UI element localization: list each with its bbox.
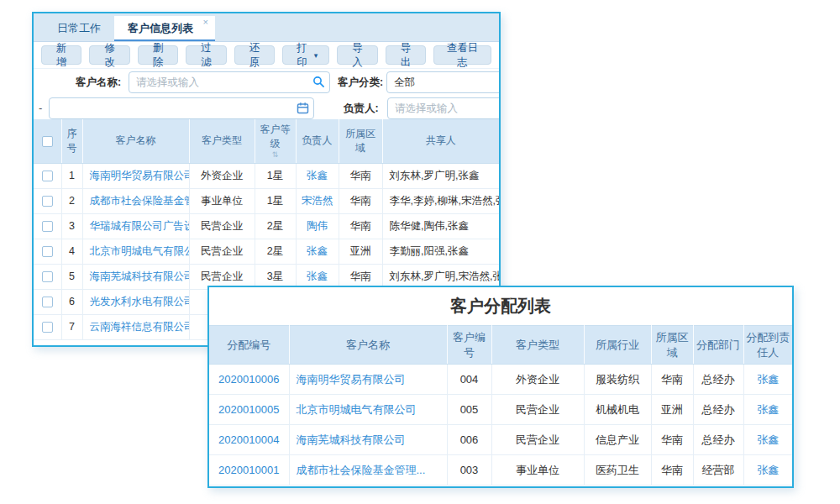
customer-type: 事业单位 [189,188,255,213]
page-title: 客户分配列表 [209,287,792,325]
customer-name-link[interactable]: 北京市明城电气有限公司 [90,245,190,257]
col-alloc-no: 分配编号 [209,326,289,365]
row-no: 7 [61,314,82,339]
region: 亚洲 [651,395,693,425]
customer-no: 004 [447,365,491,395]
row-checkbox[interactable] [42,221,53,232]
col-industry: 所属行业 [584,326,651,365]
alloc-no-link[interactable]: 2020010001 [218,464,279,476]
export-button[interactable]: 导出 [386,45,426,65]
tab-customer-info-list[interactable]: 客户信息列表 × [114,16,215,41]
owner-link[interactable]: 张鑫 [307,245,328,257]
add-button[interactable]: 新增 [41,45,81,65]
row-checkbox[interactable] [42,246,53,257]
customer-table-header-row: 序号 客户名称 客户类型 客户等级 ⇅ 负责人 所属区域 共享人 [34,119,499,163]
col-customer-no: 客户编号 [447,326,491,365]
customer-name-link[interactable]: 成都市社会保险基金管理... [90,195,190,207]
industry: 医药卫生 [584,455,651,486]
table-row: 2020010006 海南明华贸易有限公司 004 外资企业 服装纺织 华南 总… [209,365,792,395]
tab-daily-work[interactable]: 日常工作 [44,16,114,41]
col-assignee: 分配到责任人 [743,326,792,365]
row-checkbox[interactable] [42,297,53,307]
row-checkbox[interactable] [42,196,53,207]
customer-level: 2星 [255,213,296,239]
col-customer-name: 客户名称 [82,119,189,163]
row-checkbox[interactable] [42,322,53,333]
customer-allocation-panel: 客户分配列表 分配编号 客户名称 客户编号 客户类型 所属行业 所属区域 分配部… [207,286,794,488]
customer-name-link[interactable]: 云南海祥信息有限公司 [90,321,190,333]
owner-input[interactable] [387,97,501,119]
filter-button[interactable]: 过滤 [186,45,226,65]
import-button[interactable]: 导入 [337,45,377,65]
col-dept: 分配部门 [693,326,743,365]
delete-button[interactable]: 删除 [138,45,178,65]
toolbar: 新增 修改 删除 过滤 还原 打印 ▾ 导入 导出 查看日志 [34,42,499,69]
industry: 服装纺织 [584,365,651,395]
customer-type: 民营企业 [491,425,584,455]
customer-name-link[interactable]: 成都市社会保险基金管理... [297,464,426,476]
table-row: 2 成都市社会保险基金管理... 事业单位 1星 宋浩然 华南 李华,李婷,柳琳… [34,188,499,213]
dept: 总经办 [693,425,743,455]
edit-button[interactable]: 修改 [89,45,129,65]
tab-label: 客户信息列表 [128,22,193,34]
alloc-no-link[interactable]: 2020010005 [218,403,279,416]
assignee-link[interactable]: 张鑫 [757,403,779,416]
dept: 总经办 [693,395,743,425]
table-row: 2020010001 成都市社会保险基金管理... 003 事业单位 医药卫生 … [209,455,792,486]
customer-name-input[interactable] [129,71,330,93]
customer-no: 003 [447,455,491,486]
customer-type: 民营企业 [189,239,255,264]
customer-name-link[interactable]: 海南明华贸易有限公司 [297,373,406,386]
customer-name-link[interactable]: 北京市明城电气有限公司 [297,403,417,416]
allocation-header-row: 分配编号 客户名称 客户编号 客户类型 所属行业 所属区域 分配部门 分配到责任… [209,326,792,365]
owner-link[interactable]: 宋浩然 [302,195,333,207]
customer-no: 005 [447,395,491,425]
table-row: 3 华瑞城有限公司广告设计部 民营企业 2星 陶伟 华南 陈华健,陶伟,张鑫 [34,213,499,239]
search-icon[interactable] [312,76,325,88]
col-customer-type: 客户类型 [491,326,584,365]
restore-button[interactable]: 还原 [234,45,275,65]
allocation-table: 分配编号 客户名称 客户编号 客户类型 所属行业 所属区域 分配部门 分配到责任… [209,325,792,486]
row-checkbox[interactable] [42,271,53,282]
dept: 经营部 [693,455,743,486]
dept: 总经办 [693,365,743,395]
row-no: 6 [61,289,82,314]
col-customer-level: 客户等级 ⇅ [255,119,296,163]
calendar-icon[interactable] [297,102,309,114]
row-no: 5 [61,264,82,289]
customer-name-link[interactable]: 海南明华贸易有限公司 [90,170,190,181]
header-checkbox[interactable] [42,136,53,147]
view-log-button[interactable]: 查看日志 [433,45,491,65]
customer-category-label: 客户分类: [338,71,383,93]
filter-area: 客户名称: 客户分类: 全部 - 负责人: [34,69,499,119]
owner-link[interactable]: 陶伟 [307,220,328,232]
customer-type: 外资企业 [189,163,255,188]
chevron-down-icon: ▾ [314,51,318,60]
owner-link[interactable]: 张鑫 [307,170,328,181]
customer-name-link[interactable]: 海南芜城科技有限公司 [90,270,190,282]
customer-name-link[interactable]: 光发水利水电有限公司 [90,296,190,307]
owner-link[interactable]: 张鑫 [307,270,328,282]
row-no: 3 [61,213,82,239]
row-checkbox[interactable] [42,171,53,181]
customer-level-label: 客户等级 [257,123,294,151]
table-row: 2020010005 北京市明城电气有限公司 005 民营企业 机械机电 亚洲 … [209,395,792,425]
sort-icon[interactable]: ⇅ [257,151,294,159]
tab-bar: 日常工作 客户信息列表 × [34,13,499,42]
print-button[interactable]: 打印 ▾ [282,45,329,65]
alloc-no-link[interactable]: 2020010006 [218,373,279,386]
customer-name-link[interactable]: 海南芜城科技有限公司 [297,433,406,446]
industry: 信息产业 [584,425,651,455]
assignee-link[interactable]: 张鑫 [757,464,779,476]
table-row: 4 北京市明城电气有限公司 民营企业 2星 张鑫 亚洲 李勤丽,阳强,张鑫 [34,239,499,264]
customer-type: 事业单位 [491,455,584,486]
row-no: 4 [61,239,82,264]
customer-level: 1星 [255,163,296,188]
assignee-link[interactable]: 张鑫 [757,373,779,386]
close-icon[interactable]: × [203,16,208,28]
date-input[interactable] [49,97,314,119]
alloc-no-link[interactable]: 2020010004 [218,433,279,446]
customer-name-link[interactable]: 华瑞城有限公司广告设计部 [90,220,190,232]
assignee-link[interactable]: 张鑫 [757,433,779,446]
customer-category-select[interactable]: 全部 [386,71,501,93]
